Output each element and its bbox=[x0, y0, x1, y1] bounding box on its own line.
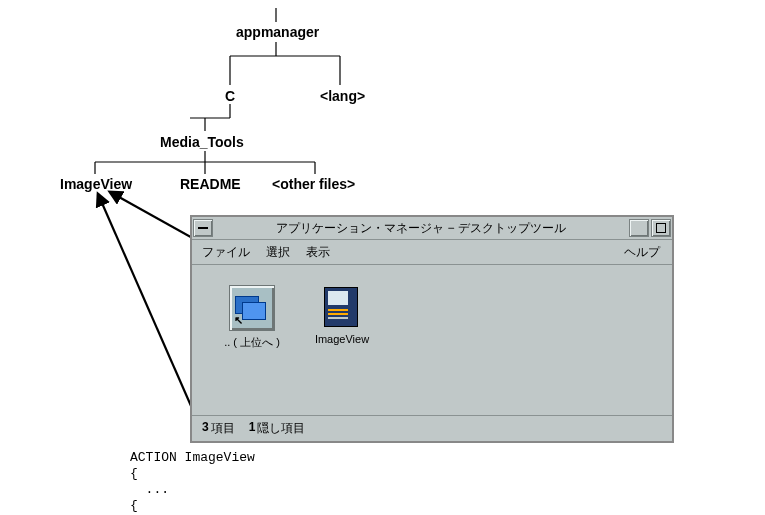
tree-node-c: C bbox=[225, 88, 235, 104]
menu-file[interactable]: ファイル bbox=[202, 244, 250, 261]
menu-help[interactable]: ヘルプ bbox=[624, 244, 660, 261]
tree-node-readme: README bbox=[180, 176, 241, 192]
up-folder-item[interactable]: ↖ .. ( 上位へ ) bbox=[212, 285, 292, 350]
statusbar: 3 項目 1 隠し項目 bbox=[192, 415, 672, 441]
imageview-app-icon bbox=[320, 285, 364, 329]
status-count-items: 3 bbox=[202, 420, 209, 437]
menubar: ファイル 選択 表示 ヘルプ bbox=[192, 240, 672, 265]
window-menu-button[interactable] bbox=[193, 219, 213, 237]
icon-area: ↖ .. ( 上位へ ) ImageView bbox=[192, 265, 672, 415]
window-maximize-button[interactable] bbox=[651, 219, 671, 237]
window-minimize-button[interactable] bbox=[629, 219, 649, 237]
folder-up-icon: ↖ bbox=[229, 285, 275, 331]
action-code-line4: { bbox=[130, 498, 138, 513]
action-code-line3: ... bbox=[130, 482, 169, 497]
tree-node-otherfiles: <other files> bbox=[272, 176, 355, 192]
menu-view[interactable]: 表示 bbox=[306, 244, 330, 261]
imageview-item[interactable]: ImageView bbox=[302, 285, 382, 345]
tree-node-imageview: ImageView bbox=[60, 176, 132, 192]
tree-node-appmanager: appmanager bbox=[236, 24, 319, 40]
status-label-hidden: 隠し項目 bbox=[257, 420, 305, 437]
status-label-items: 項目 bbox=[211, 420, 235, 437]
titlebar[interactable]: アプリケーション・マネージャ − デスクトップツール bbox=[192, 217, 672, 240]
tree-node-lang: <lang> bbox=[320, 88, 365, 104]
icon-label-up: .. ( 上位へ ) bbox=[212, 335, 292, 350]
icon-label-imageview: ImageView bbox=[302, 333, 382, 345]
status-count-hidden: 1 bbox=[249, 420, 256, 437]
tree-node-mediatools: Media_Tools bbox=[160, 134, 244, 150]
action-code-line1: ACTION ImageView bbox=[130, 450, 255, 465]
menu-select[interactable]: 選択 bbox=[266, 244, 290, 261]
action-code-line2: { bbox=[130, 466, 138, 481]
window-title: アプリケーション・マネージャ − デスクトップツール bbox=[214, 220, 628, 237]
app-manager-window: アプリケーション・マネージャ − デスクトップツール ファイル 選択 表示 ヘル… bbox=[190, 215, 674, 443]
